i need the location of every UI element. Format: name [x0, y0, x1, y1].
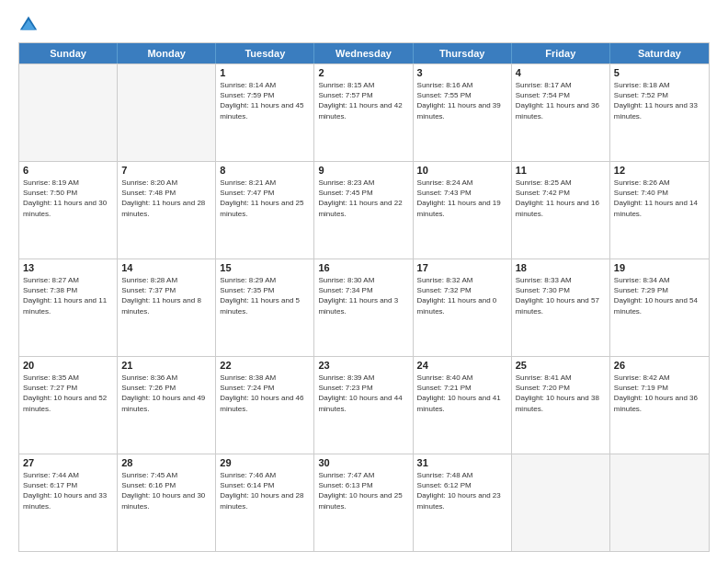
day-number: 6	[23, 165, 113, 176]
day-number: 26	[614, 360, 705, 371]
day-number: 17	[417, 262, 507, 273]
calendar-cell: 16Sunrise: 8:30 AM Sunset: 7:34 PM Dayli…	[314, 259, 413, 356]
cell-info: Sunrise: 8:36 AM Sunset: 7:26 PM Dayligh…	[121, 373, 211, 414]
weekday-header-monday: Monday	[118, 43, 216, 63]
day-number: 22	[220, 360, 310, 371]
day-number: 15	[220, 262, 310, 273]
page: SundayMondayTuesdayWednesdayThursdayFrid…	[0, 0, 728, 563]
day-number: 8	[220, 165, 310, 176]
day-number: 29	[220, 457, 310, 468]
calendar-cell: 12Sunrise: 8:26 AM Sunset: 7:40 PM Dayli…	[610, 162, 709, 259]
calendar-cell: 1Sunrise: 8:14 AM Sunset: 7:59 PM Daylig…	[216, 64, 314, 161]
calendar-cell: 28Sunrise: 7:45 AM Sunset: 6:16 PM Dayli…	[118, 454, 216, 551]
calendar-row-4: 27Sunrise: 7:44 AM Sunset: 6:17 PM Dayli…	[19, 454, 709, 551]
cell-info: Sunrise: 8:29 AM Sunset: 7:35 PM Dayligh…	[220, 275, 310, 316]
cell-info: Sunrise: 8:35 AM Sunset: 7:27 PM Dayligh…	[23, 373, 113, 414]
calendar-cell: 24Sunrise: 8:40 AM Sunset: 7:21 PM Dayli…	[414, 357, 512, 454]
calendar-cell	[512, 454, 610, 551]
calendar-body: 1Sunrise: 8:14 AM Sunset: 7:59 PM Daylig…	[19, 63, 709, 551]
calendar-cell: 20Sunrise: 8:35 AM Sunset: 7:27 PM Dayli…	[19, 357, 118, 454]
calendar-cell	[610, 454, 709, 551]
calendar-cell: 31Sunrise: 7:48 AM Sunset: 6:12 PM Dayli…	[414, 454, 512, 551]
calendar-cell: 14Sunrise: 8:28 AM Sunset: 7:37 PM Dayli…	[118, 259, 216, 356]
day-number: 30	[318, 457, 408, 468]
calendar-cell: 18Sunrise: 8:33 AM Sunset: 7:30 PM Dayli…	[512, 259, 610, 356]
weekday-header-sunday: Sunday	[19, 43, 118, 63]
cell-info: Sunrise: 8:39 AM Sunset: 7:23 PM Dayligh…	[318, 373, 408, 414]
logo-icon	[18, 15, 39, 35]
weekday-header-friday: Friday	[512, 43, 610, 63]
day-number: 28	[121, 457, 211, 468]
cell-info: Sunrise: 8:16 AM Sunset: 7:55 PM Dayligh…	[417, 80, 507, 121]
day-number: 19	[614, 262, 705, 273]
cell-info: Sunrise: 8:18 AM Sunset: 7:52 PM Dayligh…	[614, 80, 705, 121]
calendar-cell: 10Sunrise: 8:24 AM Sunset: 7:43 PM Dayli…	[414, 162, 512, 259]
cell-info: Sunrise: 8:17 AM Sunset: 7:54 PM Dayligh…	[516, 80, 606, 121]
weekday-header-saturday: Saturday	[610, 43, 709, 63]
cell-info: Sunrise: 7:47 AM Sunset: 6:13 PM Dayligh…	[318, 470, 408, 511]
calendar-cell: 9Sunrise: 8:23 AM Sunset: 7:45 PM Daylig…	[314, 162, 413, 259]
calendar-cell: 29Sunrise: 7:46 AM Sunset: 6:14 PM Dayli…	[216, 454, 314, 551]
calendar-cell: 22Sunrise: 8:38 AM Sunset: 7:24 PM Dayli…	[216, 357, 314, 454]
cell-info: Sunrise: 7:45 AM Sunset: 6:16 PM Dayligh…	[121, 470, 211, 511]
weekday-header-wednesday: Wednesday	[314, 43, 413, 63]
header	[18, 15, 710, 35]
cell-info: Sunrise: 8:32 AM Sunset: 7:32 PM Dayligh…	[417, 275, 507, 316]
day-number: 23	[318, 360, 408, 371]
cell-info: Sunrise: 8:15 AM Sunset: 7:57 PM Dayligh…	[318, 80, 408, 121]
cell-info: Sunrise: 8:28 AM Sunset: 7:37 PM Dayligh…	[121, 275, 211, 316]
cell-info: Sunrise: 8:34 AM Sunset: 7:29 PM Dayligh…	[614, 275, 705, 316]
day-number: 16	[318, 262, 408, 273]
day-number: 11	[516, 165, 606, 176]
day-number: 1	[220, 67, 310, 78]
cell-info: Sunrise: 8:23 AM Sunset: 7:45 PM Dayligh…	[318, 178, 408, 219]
calendar-cell: 8Sunrise: 8:21 AM Sunset: 7:47 PM Daylig…	[216, 162, 314, 259]
day-number: 24	[417, 360, 507, 371]
cell-info: Sunrise: 8:21 AM Sunset: 7:47 PM Dayligh…	[220, 178, 310, 219]
calendar-cell: 4Sunrise: 8:17 AM Sunset: 7:54 PM Daylig…	[512, 64, 610, 161]
weekday-header-thursday: Thursday	[414, 43, 512, 63]
weekday-header-tuesday: Tuesday	[216, 43, 314, 63]
day-number: 31	[417, 457, 507, 468]
cell-info: Sunrise: 8:20 AM Sunset: 7:48 PM Dayligh…	[121, 178, 211, 219]
day-number: 21	[121, 360, 211, 371]
calendar-cell: 30Sunrise: 7:47 AM Sunset: 6:13 PM Dayli…	[314, 454, 413, 551]
calendar-header: SundayMondayTuesdayWednesdayThursdayFrid…	[19, 43, 709, 63]
cell-info: Sunrise: 7:44 AM Sunset: 6:17 PM Dayligh…	[23, 470, 113, 511]
day-number: 12	[614, 165, 705, 176]
day-number: 4	[516, 67, 606, 78]
cell-info: Sunrise: 8:26 AM Sunset: 7:40 PM Dayligh…	[614, 178, 705, 219]
calendar-cell: 7Sunrise: 8:20 AM Sunset: 7:48 PM Daylig…	[118, 162, 216, 259]
calendar-cell: 6Sunrise: 8:19 AM Sunset: 7:50 PM Daylig…	[19, 162, 118, 259]
logo	[18, 15, 40, 35]
calendar-cell: 15Sunrise: 8:29 AM Sunset: 7:35 PM Dayli…	[216, 259, 314, 356]
calendar-row-3: 20Sunrise: 8:35 AM Sunset: 7:27 PM Dayli…	[19, 356, 709, 454]
day-number: 5	[614, 67, 705, 78]
calendar-cell: 25Sunrise: 8:41 AM Sunset: 7:20 PM Dayli…	[512, 357, 610, 454]
day-number: 14	[121, 262, 211, 273]
day-number: 7	[121, 165, 211, 176]
day-number: 18	[516, 262, 606, 273]
calendar-row-2: 13Sunrise: 8:27 AM Sunset: 7:38 PM Dayli…	[19, 259, 709, 356]
cell-info: Sunrise: 8:27 AM Sunset: 7:38 PM Dayligh…	[23, 275, 113, 316]
calendar-row-1: 6Sunrise: 8:19 AM Sunset: 7:50 PM Daylig…	[19, 161, 709, 259]
day-number: 25	[516, 360, 606, 371]
calendar-cell: 2Sunrise: 8:15 AM Sunset: 7:57 PM Daylig…	[314, 64, 413, 161]
calendar-cell: 13Sunrise: 8:27 AM Sunset: 7:38 PM Dayli…	[19, 259, 118, 356]
calendar-cell: 11Sunrise: 8:25 AM Sunset: 7:42 PM Dayli…	[512, 162, 610, 259]
cell-info: Sunrise: 8:40 AM Sunset: 7:21 PM Dayligh…	[417, 373, 507, 414]
calendar-cell: 26Sunrise: 8:42 AM Sunset: 7:19 PM Dayli…	[610, 357, 709, 454]
cell-info: Sunrise: 8:24 AM Sunset: 7:43 PM Dayligh…	[417, 178, 507, 219]
cell-info: Sunrise: 7:48 AM Sunset: 6:12 PM Dayligh…	[417, 470, 507, 511]
day-number: 27	[23, 457, 113, 468]
cell-info: Sunrise: 8:14 AM Sunset: 7:59 PM Dayligh…	[220, 80, 310, 121]
calendar-cell: 21Sunrise: 8:36 AM Sunset: 7:26 PM Dayli…	[118, 357, 216, 454]
calendar: SundayMondayTuesdayWednesdayThursdayFrid…	[18, 42, 710, 552]
cell-info: Sunrise: 8:41 AM Sunset: 7:20 PM Dayligh…	[516, 373, 606, 414]
cell-info: Sunrise: 8:38 AM Sunset: 7:24 PM Dayligh…	[220, 373, 310, 414]
cell-info: Sunrise: 7:46 AM Sunset: 6:14 PM Dayligh…	[220, 470, 310, 511]
calendar-cell: 17Sunrise: 8:32 AM Sunset: 7:32 PM Dayli…	[414, 259, 512, 356]
calendar-cell: 19Sunrise: 8:34 AM Sunset: 7:29 PM Dayli…	[610, 259, 709, 356]
calendar-cell: 23Sunrise: 8:39 AM Sunset: 7:23 PM Dayli…	[314, 357, 413, 454]
calendar-cell	[19, 64, 118, 161]
